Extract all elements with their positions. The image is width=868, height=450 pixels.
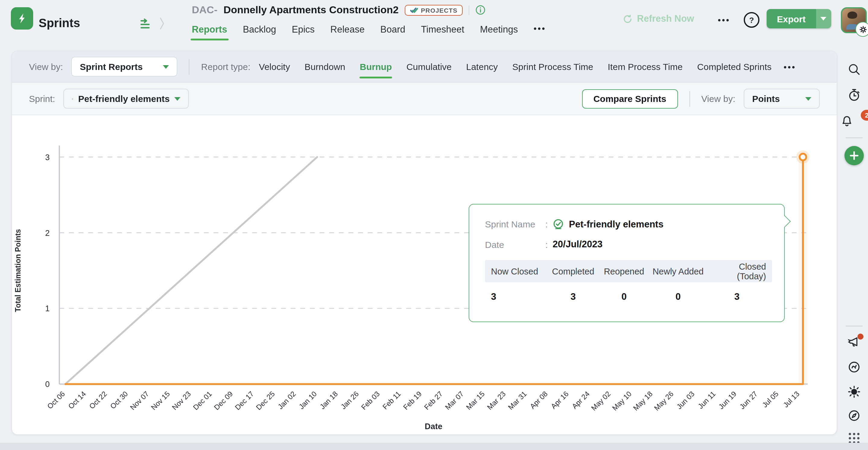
- report-tab-item-process-time[interactable]: Item Process Time: [608, 51, 683, 82]
- report-view-value: Sprint Reports: [80, 62, 143, 72]
- info-icon[interactable]: [476, 5, 486, 15]
- svg-text:Jan 02: Jan 02: [276, 390, 298, 411]
- explore-icon[interactable]: [847, 409, 861, 422]
- add-button[interactable]: [844, 146, 864, 165]
- more-actions-icon[interactable]: •••: [718, 15, 730, 25]
- svg-text:May 02: May 02: [590, 390, 612, 412]
- sprint-check-icon: [72, 93, 73, 104]
- tooltip-table-header: Now ClosedCompletedReopenedNewly AddedCl…: [485, 260, 772, 282]
- svg-text:Jul 05: Jul 05: [761, 390, 780, 409]
- svg-text:Nov 23: Nov 23: [170, 390, 192, 412]
- report-tab-velocity[interactable]: Velocity: [259, 51, 290, 82]
- project-name[interactable]: Donnelly Apartments Construction2: [223, 4, 399, 16]
- svg-text:Oct 06: Oct 06: [45, 390, 66, 411]
- rail-divider-bottom: [846, 326, 863, 326]
- chart-tooltip: Sprint Name : Pet-friendly elements Date…: [469, 204, 785, 322]
- tooltip-table-values: 33003: [485, 282, 772, 311]
- svg-text:Dec 01: Dec 01: [191, 390, 214, 412]
- svg-text:Date: Date: [425, 422, 442, 431]
- svg-text:Jun 03: Jun 03: [675, 390, 696, 411]
- report-type-label: Report type:: [201, 62, 250, 72]
- theme-icon[interactable]: [847, 385, 861, 399]
- tooltip-column-completed: Completed: [547, 266, 600, 276]
- chevron-right-icon: [156, 14, 167, 33]
- timer-icon[interactable]: [847, 88, 861, 102]
- svg-text:May 26: May 26: [653, 390, 675, 412]
- nav-tab-timesheet[interactable]: Timesheet: [421, 24, 464, 40]
- sprint-select-value: Pet-friendly elements: [78, 93, 169, 104]
- refresh-now-button[interactable]: Refresh Now: [622, 13, 694, 24]
- svg-text:Dec 25: Dec 25: [254, 390, 276, 412]
- svg-text:Mar 07: Mar 07: [444, 390, 465, 411]
- tooltip-value-reopened: 0: [599, 291, 648, 302]
- sprints-logo[interactable]: [11, 7, 33, 30]
- svg-text:Apr 24: Apr 24: [570, 390, 591, 411]
- compare-sprints-button[interactable]: Compare Sprints: [582, 89, 678, 108]
- svg-text:Mar 15: Mar 15: [464, 390, 486, 411]
- footer-strip: [0, 443, 868, 450]
- points-select[interactable]: Points: [744, 89, 820, 109]
- tooltip-sprint-name-label: Sprint Name: [485, 219, 540, 229]
- announcements-icon[interactable]: [847, 335, 861, 349]
- report-view-select[interactable]: Sprint Reports: [71, 57, 178, 77]
- more-report-types-icon[interactable]: •••: [783, 62, 796, 71]
- nav-tab-board[interactable]: Board: [380, 24, 405, 40]
- report-tab-sprint-process-time[interactable]: Sprint Process Time: [513, 51, 593, 82]
- export-label[interactable]: Export: [767, 9, 816, 28]
- report-tab-burnup[interactable]: Burnup: [360, 51, 392, 82]
- project-nav: ReportsBacklogEpicsReleaseBoardTimesheet…: [192, 24, 546, 40]
- assistant-icon[interactable]: [847, 360, 861, 374]
- notification-count-badge: 2: [860, 109, 868, 122]
- svg-text:Total Estimation Points: Total Estimation Points: [13, 229, 22, 312]
- report-tab-latency[interactable]: Latency: [466, 51, 498, 82]
- tooltip-value-now-closed: 3: [491, 291, 547, 302]
- svg-text:Feb 19: Feb 19: [401, 390, 423, 411]
- export-button[interactable]: Export: [767, 9, 831, 28]
- notifications-icon[interactable]: 2: [840, 113, 868, 127]
- refresh-icon: [622, 13, 633, 24]
- projects-badge-label: PROJECTS: [421, 6, 458, 13]
- projects-badge[interactable]: PROJECTS: [405, 4, 463, 16]
- nav-more-icon[interactable]: •••: [533, 24, 546, 40]
- svg-text:Feb 27: Feb 27: [423, 390, 444, 411]
- caret-down-icon: [175, 97, 181, 100]
- app-title: Sprints: [39, 16, 80, 30]
- projects-logo-icon: [410, 6, 418, 13]
- sprintbar-divider: [689, 91, 690, 107]
- export-dropdown-caret[interactable]: [816, 9, 831, 28]
- svg-text:Dec 17: Dec 17: [234, 390, 255, 412]
- filter-bar: View by: Sprint Reports Report type: Vel…: [12, 51, 837, 83]
- header-divider: [469, 5, 470, 15]
- caret-down-icon: [805, 97, 811, 100]
- report-tab-completed-sprints[interactable]: Completed Sprints: [697, 51, 772, 82]
- svg-text:Mar 31: Mar 31: [506, 390, 528, 411]
- svg-text:Jun 27: Jun 27: [738, 390, 759, 411]
- report-tab-cumulative[interactable]: Cumulative: [406, 51, 452, 82]
- svg-text:Oct 30: Oct 30: [108, 390, 129, 411]
- nav-tab-epics[interactable]: Epics: [292, 24, 315, 40]
- right-rail: 2: [840, 0, 868, 450]
- collapse-panel-icon[interactable]: [140, 18, 153, 31]
- tooltip-date-label: Date: [485, 239, 540, 249]
- tooltip-sprint-name-value: Pet-friendly elements: [569, 219, 663, 230]
- nav-tab-release[interactable]: Release: [330, 24, 365, 40]
- help-icon[interactable]: ?: [744, 12, 760, 28]
- tooltip-value-completed: 3: [547, 291, 600, 302]
- report-type-tabs: VelocityBurndownBurnupCumulativeLatencyS…: [259, 51, 772, 82]
- nav-tab-backlog[interactable]: Backlog: [243, 24, 276, 40]
- svg-text:Jul 13: Jul 13: [781, 390, 801, 409]
- nav-tab-meetings[interactable]: Meetings: [480, 24, 518, 40]
- svg-text:Feb 11: Feb 11: [381, 390, 402, 411]
- project-code: DAC-: [192, 4, 217, 16]
- report-tab-burndown[interactable]: Burndown: [305, 51, 345, 82]
- search-icon[interactable]: [847, 63, 861, 76]
- svg-text:Oct 14: Oct 14: [67, 390, 88, 411]
- tooltip-column-closed-today-: Closed (Today): [708, 262, 766, 281]
- project-nav-tabs: ReportsBacklogEpicsReleaseBoardTimesheet…: [192, 24, 518, 40]
- filter-divider: [189, 59, 190, 74]
- svg-text:0: 0: [45, 380, 50, 389]
- sprint-select[interactable]: Pet-friendly elements: [64, 89, 189, 109]
- tooltip-date-value: 20/Jul/2023: [553, 239, 602, 250]
- nav-tab-reports[interactable]: Reports: [192, 24, 227, 40]
- settings-gear-icon[interactable]: [855, 22, 868, 37]
